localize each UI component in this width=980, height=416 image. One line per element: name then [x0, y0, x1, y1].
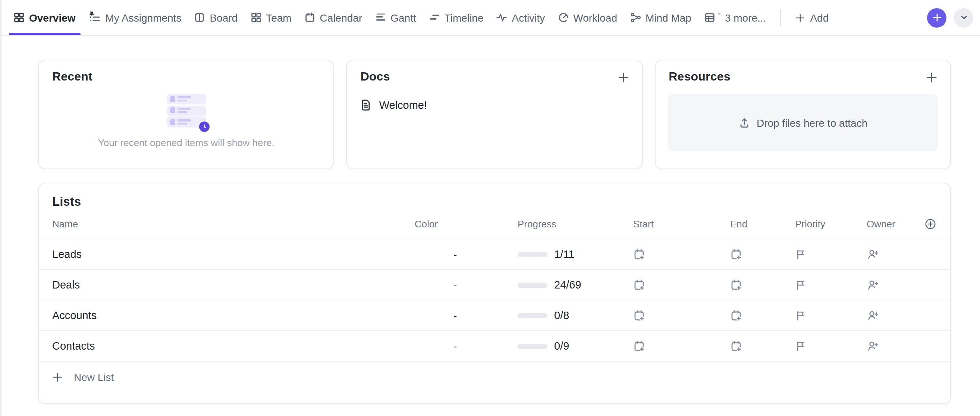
collapse-button[interactable] [954, 8, 973, 27]
lists-card: Lists Name Color Progress Start End Prio… [38, 183, 951, 404]
progress-bar [518, 343, 547, 349]
assign-owner-button[interactable] [867, 248, 914, 260]
add-doc-button[interactable] [616, 70, 631, 85]
list-name[interactable]: Leads [52, 248, 415, 260]
doc-item-label: Welcome! [379, 99, 427, 111]
recent-empty-text: Your recent opened items will show here. [98, 137, 274, 148]
tab-gantt[interactable]: Gantt [375, 0, 416, 35]
recent-empty-state: Your recent opened items will show here. [39, 84, 334, 148]
document-icon [361, 99, 372, 111]
recent-card: Recent Your recent opened items will sho… [38, 60, 334, 169]
column-header-priority[interactable]: Priority [795, 218, 867, 229]
set-end-date-button[interactable] [730, 278, 795, 291]
tab-team[interactable]: Team [250, 0, 291, 35]
list-progress: 24/69 [518, 279, 633, 291]
progress-bar [518, 313, 547, 318]
list-row-deals[interactable]: Deals - 24/69 [39, 270, 950, 300]
tab-label: Overview [29, 11, 76, 24]
recent-card-title: Recent [52, 70, 92, 84]
calendar-icon [304, 12, 315, 23]
set-start-date-button[interactable] [633, 248, 730, 260]
tab-calendar[interactable]: Calendar [304, 0, 363, 35]
gantt-icon [375, 12, 386, 23]
plus-icon [795, 12, 805, 23]
docs-card-title: Docs [361, 70, 390, 84]
column-header-end[interactable]: End [730, 218, 795, 229]
list-row-leads[interactable]: Leads - 1/11 [39, 239, 950, 270]
list-color-value[interactable]: - [415, 340, 518, 352]
list-progress: 1/11 [518, 248, 633, 260]
progress-label: 0/8 [554, 310, 569, 321]
doc-item-welcome[interactable]: Welcome! [361, 98, 635, 113]
add-card-button[interactable] [927, 8, 947, 27]
progress-bar [518, 282, 547, 287]
view-tabs: Overview My Assignments [13, 0, 829, 35]
widget-cards-row: Recent Your recent opened items will sho… [38, 60, 951, 169]
add-view-button[interactable]: Add [795, 0, 829, 35]
clock-icon [199, 121, 209, 132]
set-priority-button[interactable] [795, 310, 867, 321]
column-header-progress[interactable]: Progress [518, 218, 633, 229]
progress-bar [518, 252, 547, 257]
tab-workload[interactable]: Workload [557, 0, 617, 35]
set-start-date-button[interactable] [633, 340, 730, 352]
tabbar-actions [927, 8, 973, 27]
workload-icon [557, 12, 569, 23]
tab-label: Timeline [444, 11, 484, 24]
tab-label: Board [210, 11, 237, 24]
add-column-button[interactable] [914, 218, 937, 230]
tab-3-more[interactable]: 3 more... [704, 0, 766, 35]
tab-label: Workload [573, 11, 617, 24]
tab-board[interactable]: Board [194, 0, 237, 35]
view-tabbar: Overview My Assignments [2, 0, 980, 36]
tab-mind-map[interactable]: Mind Map [630, 0, 691, 35]
list-name[interactable]: Deals [52, 279, 415, 291]
set-priority-button[interactable] [795, 340, 867, 351]
mind-map-icon [630, 12, 641, 23]
list-color-value[interactable]: - [415, 248, 518, 260]
assign-owner-button[interactable] [867, 278, 914, 291]
column-header-color[interactable]: Color [415, 218, 518, 229]
tab-overview[interactable]: Overview [13, 0, 76, 35]
tab-label: Gantt [390, 11, 416, 24]
upload-icon [738, 117, 750, 129]
file-dropzone[interactable]: Drop files here to attach [667, 94, 938, 151]
list-color-value[interactable]: - [415, 279, 518, 291]
tabbar-divider [780, 10, 781, 26]
tab-my-assignments[interactable]: My Assignments [88, 0, 181, 35]
add-resource-button[interactable] [924, 70, 939, 85]
tab-timeline[interactable]: Timeline [429, 0, 484, 35]
board-icon [194, 12, 205, 23]
tab-label: My Assignments [105, 11, 181, 24]
team-grid-icon [250, 12, 261, 23]
pinned-list-icon [88, 11, 101, 24]
docs-card: Docs Welcome! [347, 60, 643, 169]
new-list-label: New List [74, 371, 114, 383]
set-end-date-button[interactable] [730, 309, 795, 322]
list-name[interactable]: Contacts [52, 340, 415, 352]
list-row-contacts[interactable]: Contacts - 0/9 [39, 331, 950, 362]
set-end-date-button[interactable] [730, 248, 795, 260]
tab-activity[interactable]: Activity [496, 0, 545, 35]
tab-label: 3 more... [725, 11, 766, 24]
tab-label: Mind Map [646, 11, 691, 24]
plus-icon [52, 372, 63, 382]
new-list-button[interactable]: New List [39, 362, 950, 392]
set-start-date-button[interactable] [633, 309, 730, 322]
column-header-name[interactable]: Name [52, 218, 415, 229]
column-header-start[interactable]: Start [633, 218, 730, 229]
set-priority-button[interactable] [795, 249, 867, 260]
set-priority-button[interactable] [795, 279, 867, 291]
assign-owner-button[interactable] [867, 309, 914, 322]
resources-card: Resources Drop files here to attach [654, 60, 951, 169]
plus-icon [617, 71, 629, 84]
list-name[interactable]: Accounts [52, 310, 415, 321]
chevron-down-icon [959, 13, 969, 22]
assign-owner-button[interactable] [867, 340, 914, 352]
list-color-value[interactable]: - [415, 310, 518, 321]
set-start-date-button[interactable] [633, 278, 730, 291]
column-header-owner[interactable]: Owner [867, 218, 914, 229]
list-row-accounts[interactable]: Accounts - 0/8 [39, 300, 950, 331]
set-end-date-button[interactable] [730, 340, 795, 352]
grid-icon [13, 12, 25, 23]
